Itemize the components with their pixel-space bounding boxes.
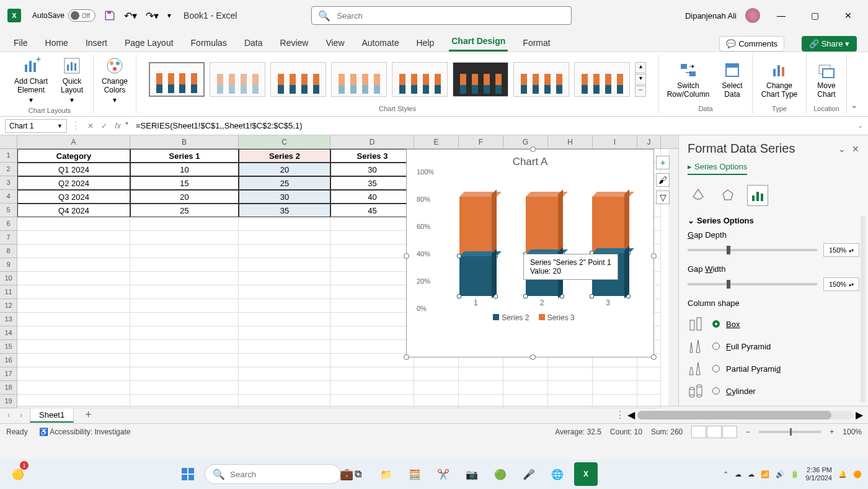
cell[interactable] [130,231,239,244]
cell[interactable] [330,340,414,354]
row-header[interactable]: 16 [0,354,17,367]
chart-legend[interactable]: Series 2 Series 3 [407,308,653,322]
row-header[interactable]: 14 [0,326,17,340]
cell[interactable] [17,231,130,244]
row-header[interactable]: 3 [0,176,17,190]
cell[interactable] [239,354,330,367]
cell[interactable] [459,367,503,381]
col-header-d[interactable]: D [330,135,414,148]
excel-taskbar-icon[interactable]: X [574,462,598,486]
tab-review[interactable]: Review [278,34,311,52]
tray-notifications-icon[interactable]: 🔔 [838,470,847,478]
cell[interactable] [130,354,239,367]
cell[interactable] [239,244,330,258]
series-options-section[interactable]: ⌄ Series Options [688,216,859,225]
row-header[interactable]: 18 [0,381,17,395]
row-header[interactable]: 15 [0,340,17,354]
row-header[interactable]: 11 [0,285,17,299]
cell[interactable] [130,258,239,272]
cell[interactable]: 20 [239,163,330,176]
share-button[interactable]: 🔗 Share ▾ [802,36,857,52]
chart-style-5[interactable] [392,62,448,97]
cell[interactable] [330,395,414,408]
cell[interactable] [17,326,130,340]
move-chart-button[interactable]: Move Chart [812,59,841,100]
cell[interactable] [17,217,130,231]
tray-onedrive-icon[interactable]: ☁ [748,470,755,478]
cell[interactable]: 35 [239,204,330,217]
row-header[interactable]: 4 [0,190,17,204]
gap-depth-slider[interactable] [688,249,817,251]
cell[interactable] [17,381,130,395]
search-input[interactable] [337,11,565,20]
switch-row-column-button[interactable]: Switch Row/Column [664,59,712,100]
col-header-g[interactable]: G [503,135,548,148]
tab-file[interactable]: File [11,34,30,52]
tab-chart-design[interactable]: Chart Design [449,32,508,52]
series-options-icon[interactable] [747,185,768,206]
cell[interactable] [17,299,130,313]
shape-option-partial-pyramid[interactable]: Partial Pyramid [688,357,859,380]
search-box[interactable]: 🔍 [311,6,572,25]
cell[interactable] [130,313,239,326]
cell[interactable]: 25 [130,204,239,217]
row-header[interactable]: 8 [0,244,17,258]
chart-bar[interactable]: 3 [592,197,624,296]
comments-button[interactable]: 💬 Comments [719,36,784,52]
chart-style-7[interactable] [513,62,569,97]
cell[interactable] [130,217,239,231]
gap-width-slider[interactable] [688,283,817,285]
cell[interactable] [330,231,414,244]
taskbar-search[interactable]: 🔍 💼 [205,464,341,484]
chart-style-1[interactable] [149,62,205,97]
row-header[interactable]: 1 [0,149,17,163]
cell[interactable]: 25 [239,176,330,190]
view-page-break-button[interactable] [722,426,737,438]
camera-icon[interactable]: 📷 [460,462,484,486]
spotify-icon[interactable]: 🟢 [489,462,512,486]
grid-vertical-scrollbar[interactable] [668,149,678,406]
cell[interactable] [330,354,414,367]
cell[interactable]: Q3 2024 [17,190,130,204]
tray-copilot-icon[interactable]: 🟠 [853,470,862,478]
cell[interactable] [239,395,330,408]
cell[interactable] [414,381,459,395]
cell[interactable] [130,395,239,408]
embedded-chart[interactable]: + 🖌 ▽ Chart A 100% 80% 60% 40% 20% 0% 12… [406,149,654,357]
col-header-f[interactable]: F [459,135,503,148]
cell[interactable] [239,299,330,313]
change-colors-button[interactable]: Change Colors▾ [99,55,131,105]
minimize-button[interactable]: — [769,7,794,24]
cell[interactable]: Q1 2024 [17,163,130,176]
cell[interactable] [330,367,414,381]
cell[interactable] [330,258,414,272]
cell[interactable] [130,367,239,381]
sheet-nav-next[interactable]: › [17,411,25,419]
sheet-nav-prev[interactable]: ‹ [5,411,12,419]
calculator-icon[interactable]: 🧮 [403,462,427,486]
cell[interactable] [239,326,330,340]
cell[interactable] [330,217,414,231]
shape-option-box[interactable]: Box [688,313,859,335]
save-icon[interactable] [104,10,115,21]
user-avatar[interactable] [745,8,760,23]
cell[interactable]: 45 [330,204,414,217]
ribbon-collapse-icon[interactable]: ⌄ [851,100,858,110]
chart-title[interactable]: Chart A [407,150,653,172]
cell[interactable] [130,285,239,299]
row-header[interactable]: 12 [0,299,17,313]
select-data-button[interactable]: Select Data [717,59,747,100]
row-header[interactable]: 2 [0,163,17,176]
tab-home[interactable]: Home [43,34,71,52]
col-header-c[interactable]: C [239,135,330,148]
qat-more-icon[interactable]: ▾ [167,11,171,20]
close-button[interactable]: ✕ [836,7,861,24]
cell[interactable] [17,395,130,408]
cell[interactable] [130,326,239,340]
tab-automate[interactable]: Automate [360,34,402,52]
cell[interactable] [239,258,330,272]
chart-style-4[interactable] [331,62,387,97]
cell[interactable]: 10 [130,163,239,176]
pane-series-options-link[interactable]: ▸ Series Options [688,162,747,175]
tab-page-layout[interactable]: Page Layout [122,34,176,52]
